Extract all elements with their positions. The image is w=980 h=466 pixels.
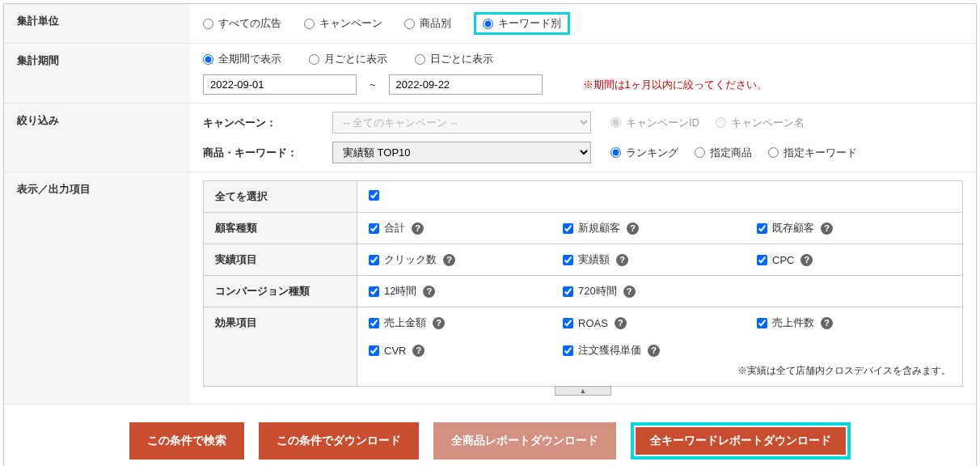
- radio-by-keyword[interactable]: キーワード別: [483, 16, 561, 31]
- checkbox-sales-count[interactable]: [757, 318, 767, 328]
- radio-by-product[interactable]: 商品別: [404, 16, 451, 31]
- radio-by-product-label: 商品別: [420, 16, 451, 31]
- search-button[interactable]: この条件で検索: [129, 422, 244, 460]
- campaign-label: キャンペーン：: [203, 116, 324, 130]
- check-existing-customer[interactable]: 既存顧客 ?: [757, 221, 951, 235]
- checkbox-cvr[interactable]: [369, 345, 379, 356]
- radio-campaign-id-label: キャンペーンID: [626, 116, 699, 130]
- radio-period-daily-input[interactable]: [415, 54, 425, 65]
- radio-period-all-input[interactable]: [203, 54, 213, 65]
- help-icon[interactable]: ?: [800, 254, 813, 266]
- check-clicks[interactable]: クリック数 ?: [369, 252, 563, 267]
- radio-all-ads-label: すべての広告: [218, 16, 281, 31]
- check-amount[interactable]: 実績額 ?: [563, 252, 757, 267]
- collapse-handle[interactable]: ▲: [555, 386, 611, 396]
- checkbox-amount[interactable]: [563, 255, 573, 265]
- radio-by-keyword-input[interactable]: [483, 19, 493, 29]
- check-order-unit-price-label: 注文獲得単価: [578, 343, 641, 358]
- row-header-output: 表示／出力項目: [4, 172, 190, 405]
- check-clicks-label: クリック数: [384, 252, 437, 267]
- radio-ranking-label: ランキング: [626, 146, 678, 160]
- help-icon[interactable]: ?: [648, 345, 660, 357]
- performance-header: 実績項目: [204, 244, 357, 276]
- radio-campaign-name: キャンペーン名: [716, 116, 805, 130]
- check-new-customer-label: 新規顧客: [578, 221, 620, 235]
- check-total[interactable]: 合計 ?: [369, 221, 563, 235]
- check-order-unit-price[interactable]: 注文獲得単価 ?: [563, 343, 757, 358]
- check-new-customer[interactable]: 新規顧客 ?: [563, 221, 757, 235]
- row-header-filter: 絞り込み: [4, 104, 190, 172]
- checkbox-sales[interactable]: [369, 318, 379, 328]
- radio-campaign[interactable]: キャンペーン: [304, 16, 382, 31]
- row-header-unit: 集計単位: [4, 4, 190, 44]
- help-icon[interactable]: ?: [627, 222, 639, 235]
- check-12h-label: 12時間: [384, 284, 416, 299]
- help-icon[interactable]: ?: [821, 222, 833, 235]
- output-note: ※実績は全て店舗内クロスデバイスを含みます。: [369, 364, 951, 378]
- all-keywords-report-button[interactable]: 全キーワードレポートダウンロード: [636, 427, 846, 455]
- help-icon[interactable]: ?: [616, 254, 628, 266]
- radio-period-daily-label: 日ごとに表示: [430, 52, 493, 66]
- keyword-select[interactable]: 実績額 TOP10: [332, 142, 591, 163]
- radio-campaign-name-input: [716, 117, 726, 128]
- radio-period-monthly[interactable]: 月ごとに表示: [309, 52, 387, 66]
- checkbox-order-unit-price[interactable]: [563, 345, 573, 356]
- all-products-report-button[interactable]: 全商品レポートダウンロード: [433, 422, 616, 460]
- check-cpc[interactable]: CPC ?: [757, 252, 951, 267]
- download-button[interactable]: この条件でダウンロード: [259, 422, 419, 460]
- checkbox-existing-customer[interactable]: [757, 223, 767, 234]
- help-icon[interactable]: ?: [433, 317, 445, 329]
- radio-period-monthly-label: 月ごとに表示: [324, 52, 387, 66]
- radio-by-product-input[interactable]: [404, 19, 415, 29]
- conversion-type-header: コンバージョン種類: [204, 276, 357, 307]
- radio-period-daily[interactable]: 日ごとに表示: [415, 52, 493, 66]
- help-icon[interactable]: ?: [412, 345, 425, 357]
- check-sales-count[interactable]: 売上件数 ?: [757, 316, 951, 330]
- radio-campaign-input[interactable]: [304, 19, 315, 29]
- check-12h[interactable]: 12時間 ?: [369, 284, 563, 299]
- radio-specified-keyword-input[interactable]: [768, 147, 779, 158]
- highlight-keyword-radio: キーワード別: [474, 12, 570, 35]
- check-sales[interactable]: 売上金額 ?: [369, 316, 563, 330]
- checkbox-select-all[interactable]: [369, 190, 379, 201]
- campaign-select: -- 全てのキャンペーン --: [332, 112, 591, 133]
- radio-specified-product-input[interactable]: [695, 147, 705, 158]
- radio-ranking[interactable]: ランキング: [610, 146, 678, 160]
- check-cvr[interactable]: CVR ?: [369, 343, 563, 358]
- check-amount-label: 実績額: [578, 252, 610, 267]
- radio-period-all[interactable]: 全期間で表示: [203, 52, 281, 66]
- radio-specified-product-label: 指定商品: [710, 146, 752, 160]
- date-to-input[interactable]: [389, 74, 543, 95]
- checkbox-720h[interactable]: [563, 286, 573, 297]
- checkbox-new-customer[interactable]: [563, 223, 573, 234]
- date-tilde: ~: [370, 78, 376, 91]
- help-icon[interactable]: ?: [443, 254, 455, 266]
- checkbox-12h[interactable]: [369, 286, 379, 297]
- help-icon[interactable]: ?: [423, 286, 435, 298]
- radio-specified-product[interactable]: 指定商品: [695, 146, 752, 160]
- help-icon[interactable]: ?: [821, 317, 833, 329]
- highlight-all-keywords: 全キーワードレポートダウンロード: [631, 422, 851, 460]
- date-from-input[interactable]: [203, 74, 357, 95]
- radio-all-ads-input[interactable]: [203, 19, 213, 29]
- checkbox-total[interactable]: [369, 223, 379, 234]
- effect-header: 効果項目: [204, 307, 357, 387]
- radio-all-ads[interactable]: すべての広告: [203, 16, 281, 31]
- help-icon[interactable]: ?: [615, 317, 627, 329]
- checkbox-roas[interactable]: [563, 318, 573, 328]
- radio-campaign-name-label: キャンペーン名: [731, 116, 805, 130]
- customer-type-header: 顧客種類: [204, 213, 357, 244]
- help-icon[interactable]: ?: [412, 222, 424, 235]
- check-total-label: 合計: [384, 221, 405, 235]
- check-cpc-label: CPC: [772, 254, 794, 266]
- row-header-period: 集計期間: [4, 44, 190, 104]
- help-icon[interactable]: ?: [623, 286, 636, 298]
- check-roas[interactable]: ROAS ?: [563, 316, 757, 330]
- checkbox-clicks[interactable]: [369, 255, 379, 265]
- radio-ranking-input[interactable]: [610, 147, 621, 158]
- check-720h[interactable]: 720時間 ?: [563, 284, 757, 299]
- radio-specified-keyword[interactable]: 指定キーワード: [768, 146, 857, 160]
- radio-period-monthly-input[interactable]: [309, 54, 319, 65]
- radio-campaign-id: キャンペーンID: [610, 116, 699, 130]
- checkbox-cpc[interactable]: [757, 255, 767, 265]
